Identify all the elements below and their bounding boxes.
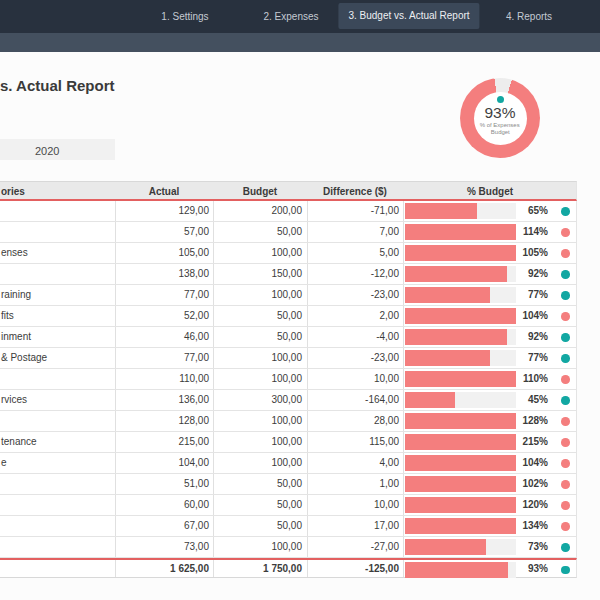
cell-difference: 5,00 bbox=[307, 243, 399, 263]
top-navbar: 1. Settings 2. Expenses 3. Budget vs. Ac… bbox=[0, 0, 600, 33]
tab-budget-vs-actual-report[interactable]: 3. Budget vs. Actual Report bbox=[338, 3, 479, 29]
pct-budget-bar bbox=[405, 287, 490, 303]
cell-pct-budget: 104% bbox=[516, 453, 548, 473]
table-total-row[interactable]: 1 625,001 750,00-125,0093% bbox=[0, 558, 577, 578]
status-dot-icon bbox=[561, 543, 570, 552]
cell-budget: 100,00 bbox=[213, 537, 302, 557]
table-header: ories Actual Budget Difference ($) % Bud… bbox=[0, 181, 577, 201]
cell-actual: 129,00 bbox=[115, 201, 209, 221]
header-categories[interactable]: ories bbox=[1, 182, 25, 201]
budget-table: ories Actual Budget Difference ($) % Bud… bbox=[0, 181, 577, 578]
cell-actual: 136,00 bbox=[115, 390, 209, 410]
gauge-caption-line2: Budget bbox=[491, 128, 510, 134]
pct-budget-bar bbox=[405, 476, 516, 492]
tab-reports[interactable]: 4. Reports bbox=[506, 0, 552, 33]
pct-budget-bar-track bbox=[405, 203, 516, 219]
cell-pct-budget: 120% bbox=[516, 495, 548, 515]
column-divider bbox=[403, 264, 404, 284]
cell-actual: 46,00 bbox=[115, 327, 209, 347]
table-row[interactable]: fits52,0050,002,00104% bbox=[0, 306, 577, 327]
tab-expenses[interactable]: 2. Expenses bbox=[263, 0, 318, 33]
header-difference[interactable]: Difference ($) bbox=[307, 182, 403, 201]
table-row[interactable]: & Postage77,00100,00-23,0077% bbox=[0, 348, 577, 369]
table-row[interactable]: 57,0050,007,00114% bbox=[0, 222, 577, 243]
table-row[interactable]: rvices136,00300,00-164,0045% bbox=[0, 390, 577, 411]
cell-category: & Postage bbox=[1, 348, 114, 368]
header-actual[interactable]: Actual bbox=[115, 182, 213, 201]
pct-budget-bar-track bbox=[405, 371, 516, 387]
table-row[interactable]: raining77,00100,00-23,0077% bbox=[0, 285, 577, 306]
table-row[interactable]: enses105,00100,005,00105% bbox=[0, 243, 577, 264]
column-divider bbox=[403, 327, 404, 347]
cell-difference: 2,00 bbox=[307, 306, 399, 326]
table-row[interactable]: 67,0050,0017,00134% bbox=[0, 516, 577, 537]
cell-budget: 1 750,00 bbox=[213, 560, 302, 577]
cell-actual: 215,00 bbox=[115, 432, 209, 452]
year-selector[interactable]: 2020 bbox=[0, 139, 115, 160]
cell-pct-budget: 92% bbox=[516, 264, 548, 284]
cell-actual: 105,00 bbox=[115, 243, 209, 263]
cell-pct-budget: 104% bbox=[516, 306, 548, 326]
table-row[interactable]: 129,00200,00-71,0065% bbox=[0, 201, 577, 222]
pct-budget-bar bbox=[405, 350, 490, 366]
pct-budget-bar-track bbox=[405, 266, 516, 282]
status-dot-icon bbox=[561, 438, 570, 447]
header-budget[interactable]: Budget bbox=[213, 182, 307, 201]
column-divider bbox=[403, 432, 404, 452]
cell-pct-budget: 102% bbox=[516, 474, 548, 494]
table-row[interactable]: 60,0050,0010,00120% bbox=[0, 495, 577, 516]
column-divider bbox=[403, 222, 404, 242]
table-row[interactable]: tenance215,00100,00115,00215% bbox=[0, 432, 577, 453]
pct-budget-bar bbox=[405, 203, 477, 219]
cell-actual: 52,00 bbox=[115, 306, 209, 326]
column-divider bbox=[403, 453, 404, 473]
cell-difference: 10,00 bbox=[307, 495, 399, 515]
table-row[interactable]: e104,00100,004,00104% bbox=[0, 453, 577, 474]
pct-budget-bar-track bbox=[405, 392, 516, 408]
pct-budget-bar-track bbox=[405, 245, 516, 261]
cell-actual: 1 625,00 bbox=[115, 560, 209, 577]
cell-difference: -125,00 bbox=[307, 560, 399, 577]
table-row[interactable]: 51,0050,001,00102% bbox=[0, 474, 577, 495]
column-divider bbox=[403, 560, 404, 577]
table-row[interactable]: 110,00100,0010,00110% bbox=[0, 369, 577, 390]
status-dot-icon bbox=[561, 522, 570, 531]
cell-budget: 50,00 bbox=[213, 222, 302, 242]
table-row[interactable]: 128,00100,0028,00128% bbox=[0, 411, 577, 432]
cell-pct-budget: 215% bbox=[516, 432, 548, 452]
column-divider bbox=[403, 285, 404, 305]
cell-difference: 10,00 bbox=[307, 369, 399, 389]
cell-actual: 51,00 bbox=[115, 474, 209, 494]
tab-settings[interactable]: 1. Settings bbox=[161, 0, 208, 33]
cell-budget: 50,00 bbox=[213, 474, 302, 494]
table-row[interactable]: 73,00100,00-27,0073% bbox=[0, 537, 577, 558]
column-divider bbox=[403, 495, 404, 515]
secondary-bar bbox=[0, 33, 600, 52]
cell-pct-budget: 77% bbox=[516, 348, 548, 368]
pct-budget-bar-track bbox=[405, 434, 516, 450]
cell-difference: -23,00 bbox=[307, 285, 399, 305]
status-dot-icon bbox=[561, 207, 570, 216]
column-divider bbox=[403, 537, 404, 557]
status-dot-icon bbox=[561, 417, 570, 426]
status-dot-icon bbox=[561, 270, 570, 279]
cell-pct-budget: 77% bbox=[516, 285, 548, 305]
pct-budget-bar bbox=[405, 371, 516, 387]
cell-budget: 50,00 bbox=[213, 327, 302, 347]
column-divider bbox=[403, 201, 404, 221]
cell-budget: 50,00 bbox=[213, 306, 302, 326]
table-row[interactable]: 138,00150,00-12,0092% bbox=[0, 264, 577, 285]
pct-budget-bar-track bbox=[405, 518, 516, 534]
cell-budget: 100,00 bbox=[213, 432, 302, 452]
pct-budget-bar bbox=[405, 455, 516, 471]
status-dot-icon bbox=[561, 312, 570, 321]
header-pct-budget[interactable]: % Budget bbox=[403, 182, 577, 201]
table-row[interactable]: inment46,0050,00-4,0092% bbox=[0, 327, 577, 348]
pct-budget-bar-track bbox=[405, 287, 516, 303]
cell-difference: 4,00 bbox=[307, 453, 399, 473]
status-dot-icon bbox=[561, 249, 570, 258]
cell-budget: 100,00 bbox=[213, 411, 302, 431]
cell-budget: 300,00 bbox=[213, 390, 302, 410]
column-divider bbox=[403, 474, 404, 494]
status-dot-icon bbox=[561, 396, 570, 405]
